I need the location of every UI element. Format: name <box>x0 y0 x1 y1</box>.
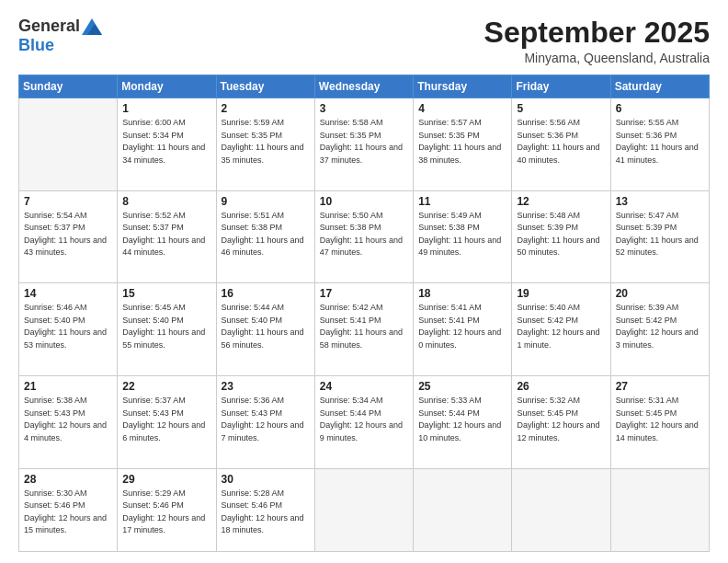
sun-info: Sunrise: 5:41 AMSunset: 5:41 PMDaylight:… <box>418 302 506 351</box>
day-number: 9 <box>222 195 310 208</box>
day-number: 5 <box>517 102 605 115</box>
calendar-day-header: Thursday <box>414 75 512 98</box>
day-number: 30 <box>222 473 310 486</box>
day-number: 20 <box>616 287 704 300</box>
day-number: 16 <box>222 287 310 300</box>
calendar-week-row: 1Sunrise: 6:00 AMSunset: 5:34 PMDaylight… <box>19 98 710 191</box>
sun-info: Sunrise: 5:28 AMSunset: 5:46 PMDaylight:… <box>222 488 310 537</box>
title-block: September 2025 Minyama, Queensland, Aust… <box>484 17 710 65</box>
calendar-cell: 1Sunrise: 6:00 AMSunset: 5:34 PMDaylight… <box>118 98 216 191</box>
calendar-week-row: 21Sunrise: 5:38 AMSunset: 5:43 PMDayligh… <box>19 376 710 469</box>
page: General Blue September 2025 Minyama, Que… <box>0 0 728 563</box>
day-number: 26 <box>517 380 605 393</box>
sun-info: Sunrise: 5:59 AMSunset: 5:35 PMDaylight:… <box>222 117 310 167</box>
sun-info: Sunrise: 5:31 AMSunset: 5:45 PMDaylight:… <box>616 395 704 444</box>
day-number: 18 <box>418 287 506 300</box>
calendar-cell: 24Sunrise: 5:34 AMSunset: 5:44 PMDayligh… <box>314 376 413 469</box>
calendar-cell: 18Sunrise: 5:41 AMSunset: 5:41 PMDayligh… <box>414 283 512 376</box>
calendar-week-row: 14Sunrise: 5:46 AMSunset: 5:40 PMDayligh… <box>19 283 710 376</box>
calendar-cell: 9Sunrise: 5:51 AMSunset: 5:38 PMDaylight… <box>216 190 314 283</box>
calendar-cell <box>414 468 512 551</box>
day-number: 27 <box>616 380 704 393</box>
calendar-header-row: SundayMondayTuesdayWednesdayThursdayFrid… <box>19 75 710 98</box>
sun-info: Sunrise: 5:47 AMSunset: 5:39 PMDaylight:… <box>616 210 704 259</box>
calendar-day-header: Friday <box>512 75 610 98</box>
calendar-cell: 16Sunrise: 5:44 AMSunset: 5:40 PMDayligh… <box>216 283 314 376</box>
sun-info: Sunrise: 5:52 AMSunset: 5:37 PMDaylight:… <box>122 210 210 259</box>
sun-info: Sunrise: 6:00 AMSunset: 5:34 PMDaylight:… <box>122 117 210 167</box>
calendar-cell: 30Sunrise: 5:28 AMSunset: 5:46 PMDayligh… <box>216 468 314 551</box>
sun-info: Sunrise: 5:34 AMSunset: 5:44 PMDaylight:… <box>320 395 408 444</box>
calendar-day-header: Wednesday <box>314 75 413 98</box>
sun-info: Sunrise: 5:33 AMSunset: 5:44 PMDaylight:… <box>418 395 506 444</box>
calendar-cell: 8Sunrise: 5:52 AMSunset: 5:37 PMDaylight… <box>118 190 216 283</box>
day-number: 7 <box>24 195 112 208</box>
sun-info: Sunrise: 5:54 AMSunset: 5:37 PMDaylight:… <box>24 210 112 259</box>
sun-info: Sunrise: 5:50 AMSunset: 5:38 PMDaylight:… <box>320 210 408 259</box>
sun-info: Sunrise: 5:42 AMSunset: 5:41 PMDaylight:… <box>320 302 408 351</box>
day-number: 8 <box>122 195 210 208</box>
calendar-week-row: 28Sunrise: 5:30 AMSunset: 5:46 PMDayligh… <box>19 468 710 551</box>
calendar-cell: 15Sunrise: 5:45 AMSunset: 5:40 PMDayligh… <box>118 283 216 376</box>
calendar-day-header: Monday <box>118 75 216 98</box>
day-number: 25 <box>418 380 506 393</box>
calendar-cell: 21Sunrise: 5:38 AMSunset: 5:43 PMDayligh… <box>19 376 118 469</box>
sun-info: Sunrise: 5:36 AMSunset: 5:43 PMDaylight:… <box>222 395 310 444</box>
calendar-cell: 3Sunrise: 5:58 AMSunset: 5:35 PMDaylight… <box>314 98 413 191</box>
day-number: 19 <box>517 287 605 300</box>
sun-info: Sunrise: 5:51 AMSunset: 5:38 PMDaylight:… <box>222 210 310 259</box>
calendar-cell <box>314 468 413 551</box>
day-number: 24 <box>320 380 408 393</box>
calendar-cell: 28Sunrise: 5:30 AMSunset: 5:46 PMDayligh… <box>19 468 118 551</box>
calendar-day-header: Saturday <box>610 75 709 98</box>
calendar-day-header: Tuesday <box>216 75 314 98</box>
calendar-day-header: Sunday <box>19 75 118 98</box>
sun-info: Sunrise: 5:44 AMSunset: 5:40 PMDaylight:… <box>222 302 310 351</box>
sun-info: Sunrise: 5:38 AMSunset: 5:43 PMDaylight:… <box>24 395 112 444</box>
calendar-cell: 17Sunrise: 5:42 AMSunset: 5:41 PMDayligh… <box>314 283 413 376</box>
month-title: September 2025 <box>484 17 710 49</box>
calendar-cell: 19Sunrise: 5:40 AMSunset: 5:42 PMDayligh… <box>512 283 610 376</box>
logo-blue-text: Blue <box>18 36 54 55</box>
logo-general-text: General <box>18 17 80 36</box>
calendar-cell: 22Sunrise: 5:37 AMSunset: 5:43 PMDayligh… <box>118 376 216 469</box>
calendar-cell: 23Sunrise: 5:36 AMSunset: 5:43 PMDayligh… <box>216 376 314 469</box>
sun-info: Sunrise: 5:58 AMSunset: 5:35 PMDaylight:… <box>320 117 408 167</box>
sun-info: Sunrise: 5:49 AMSunset: 5:38 PMDaylight:… <box>418 210 506 259</box>
sun-info: Sunrise: 5:56 AMSunset: 5:36 PMDaylight:… <box>517 117 605 167</box>
calendar-cell: 14Sunrise: 5:46 AMSunset: 5:40 PMDayligh… <box>19 283 118 376</box>
sun-info: Sunrise: 5:29 AMSunset: 5:46 PMDaylight:… <box>122 488 210 537</box>
logo-icon <box>82 18 102 35</box>
calendar-table: SundayMondayTuesdayWednesdayThursdayFrid… <box>18 75 710 552</box>
day-number: 14 <box>24 287 112 300</box>
logo: General Blue <box>18 17 102 55</box>
sun-info: Sunrise: 5:45 AMSunset: 5:40 PMDaylight:… <box>122 302 210 351</box>
sun-info: Sunrise: 5:32 AMSunset: 5:45 PMDaylight:… <box>517 395 605 444</box>
calendar-cell: 7Sunrise: 5:54 AMSunset: 5:37 PMDaylight… <box>19 190 118 283</box>
day-number: 6 <box>616 102 704 115</box>
calendar-cell <box>19 98 118 191</box>
calendar-cell: 26Sunrise: 5:32 AMSunset: 5:45 PMDayligh… <box>512 376 610 469</box>
sun-info: Sunrise: 5:30 AMSunset: 5:46 PMDaylight:… <box>24 488 112 537</box>
header: General Blue September 2025 Minyama, Que… <box>18 17 710 65</box>
calendar-cell: 10Sunrise: 5:50 AMSunset: 5:38 PMDayligh… <box>314 190 413 283</box>
calendar-cell: 25Sunrise: 5:33 AMSunset: 5:44 PMDayligh… <box>414 376 512 469</box>
sun-info: Sunrise: 5:55 AMSunset: 5:36 PMDaylight:… <box>616 117 704 167</box>
calendar-cell: 11Sunrise: 5:49 AMSunset: 5:38 PMDayligh… <box>414 190 512 283</box>
location: Minyama, Queensland, Australia <box>484 51 710 65</box>
calendar-cell: 12Sunrise: 5:48 AMSunset: 5:39 PMDayligh… <box>512 190 610 283</box>
calendar-cell <box>512 468 610 551</box>
day-number: 3 <box>320 102 408 115</box>
calendar-cell: 13Sunrise: 5:47 AMSunset: 5:39 PMDayligh… <box>610 190 709 283</box>
calendar-cell <box>610 468 709 551</box>
day-number: 1 <box>122 102 210 115</box>
sun-info: Sunrise: 5:57 AMSunset: 5:35 PMDaylight:… <box>418 117 506 167</box>
day-number: 17 <box>320 287 408 300</box>
calendar-cell: 4Sunrise: 5:57 AMSunset: 5:35 PMDaylight… <box>414 98 512 191</box>
day-number: 10 <box>320 195 408 208</box>
day-number: 23 <box>222 380 310 393</box>
sun-info: Sunrise: 5:37 AMSunset: 5:43 PMDaylight:… <box>122 395 210 444</box>
calendar-cell: 5Sunrise: 5:56 AMSunset: 5:36 PMDaylight… <box>512 98 610 191</box>
day-number: 21 <box>24 380 112 393</box>
day-number: 28 <box>24 473 112 486</box>
